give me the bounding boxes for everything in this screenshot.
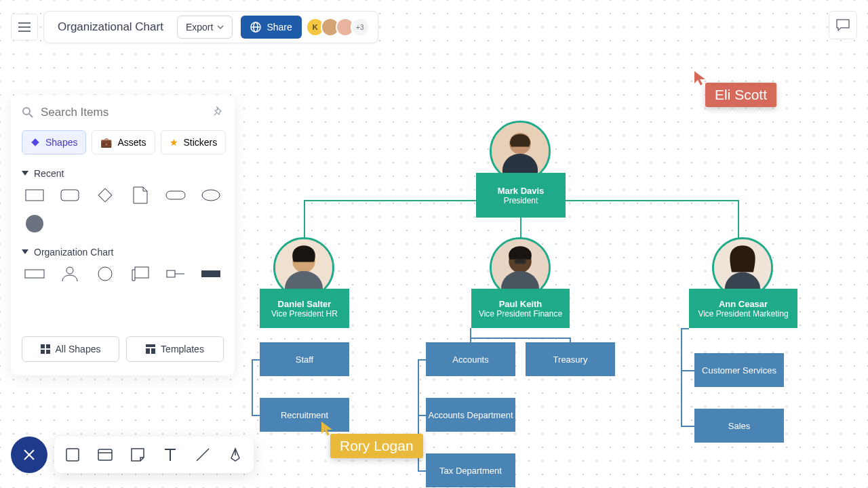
shape-org-label[interactable]: [165, 267, 186, 281]
collaborator-cursor-icon: [693, 71, 707, 89]
export-button[interactable]: Export: [177, 16, 233, 39]
tool-square[interactable]: [64, 448, 81, 462]
section-org-chart[interactable]: Organization Chart: [11, 239, 235, 263]
hamburger-menu-button[interactable]: [11, 14, 38, 41]
node-name: Mark Davis: [476, 186, 566, 196]
chat-button[interactable]: [829, 11, 857, 39]
templates-button[interactable]: Templates: [126, 336, 224, 362]
shape-circle[interactable]: [95, 267, 115, 281]
tab-assets[interactable]: 💼 Assets: [92, 130, 155, 155]
shape-filled-rect[interactable]: [201, 267, 221, 281]
node-name: Paul Keith: [471, 299, 570, 309]
triangle-down-icon: [22, 171, 28, 176]
svg-rect-13: [135, 267, 149, 278]
node-name: Ann Ceasar: [689, 299, 797, 309]
all-shapes-label: All Shapes: [56, 344, 101, 354]
triangle-down-icon: [22, 249, 28, 255]
document-title[interactable]: Organizational Chart: [52, 20, 169, 34]
search-input[interactable]: [41, 106, 206, 119]
recent-shapes-grid: [11, 184, 235, 239]
node-role: Vice President Finance: [471, 309, 570, 319]
node-role: Vice President Marketing: [689, 309, 797, 319]
section-recent-label: Recent: [34, 168, 64, 179]
svg-rect-5: [61, 190, 79, 201]
svg-rect-3: [31, 138, 39, 146]
collaborator-avatars[interactable]: K +3: [310, 18, 370, 37]
section-recent[interactable]: Recent: [11, 160, 235, 184]
pin-icon[interactable]: [213, 106, 224, 119]
panel-tabs: Shapes 💼 Assets ★ Stickers: [11, 125, 235, 160]
briefcase-icon: 💼: [100, 137, 112, 148]
svg-rect-17: [46, 344, 50, 348]
svg-rect-7: [166, 191, 185, 199]
tab-stickers[interactable]: ★ Stickers: [161, 130, 226, 155]
chat-icon: [835, 18, 850, 32]
org-box-staff[interactable]: Staff: [260, 342, 349, 376]
org-box-recruitment[interactable]: Recruitment: [260, 398, 349, 432]
shape-org-stack[interactable]: [130, 267, 151, 281]
tab-assets-label: Assets: [117, 137, 146, 148]
org-box-treasury[interactable]: Treasury: [526, 342, 615, 376]
org-box-customer-services[interactable]: Customer Services: [694, 353, 784, 387]
svg-rect-15: [201, 270, 220, 277]
tool-note[interactable]: [129, 448, 146, 462]
tool-text[interactable]: [161, 448, 179, 462]
shape-ellipse[interactable]: [201, 188, 221, 202]
svg-rect-16: [41, 344, 45, 348]
svg-rect-21: [146, 348, 150, 354]
close-quickbar-button[interactable]: [11, 436, 47, 473]
collaborator-cursor-label: Eli Scott: [705, 83, 776, 107]
tool-pen[interactable]: [226, 447, 244, 462]
shape-org-person[interactable]: [60, 267, 80, 281]
section-org-label: Organization Chart: [34, 247, 114, 258]
org-box-accounts-dept[interactable]: Accounts Department: [426, 398, 515, 432]
org-node-vp-marketing[interactable]: Ann Ceasar Vice President Marketing: [689, 289, 797, 328]
svg-rect-23: [66, 449, 79, 461]
shape-org-box[interactable]: [24, 267, 45, 281]
tool-card[interactable]: [96, 449, 114, 461]
share-label: Share: [267, 22, 292, 33]
shape-diamond[interactable]: [95, 188, 115, 202]
tab-shapes[interactable]: Shapes: [22, 130, 86, 155]
node-name: Daniel Salter: [260, 299, 349, 309]
svg-rect-22: [151, 348, 155, 354]
tool-line[interactable]: [194, 447, 212, 462]
shape-filled-circle[interactable]: [24, 217, 45, 230]
chevron-down-icon: [217, 25, 224, 29]
org-node-vp-finance[interactable]: Paul Keith Vice President Finance: [471, 289, 570, 328]
tab-stickers-label: Stickers: [184, 137, 218, 148]
org-box-tax-dept[interactable]: Tax Department: [426, 453, 515, 487]
org-shapes-grid: [11, 263, 235, 289]
node-role: President: [476, 196, 566, 205]
svg-rect-24: [98, 449, 112, 460]
org-box-accounts[interactable]: Accounts: [426, 342, 515, 376]
shapes-panel: Shapes 💼 Assets ★ Stickers Recent Organi…: [11, 95, 235, 375]
template-icon: [146, 344, 155, 354]
shape-rectangle[interactable]: [24, 188, 45, 202]
node-role: Vice President HR: [260, 309, 349, 319]
diamond-icon: [31, 138, 40, 147]
all-shapes-button[interactable]: All Shapes: [22, 336, 119, 362]
shape-document[interactable]: [130, 188, 151, 202]
shape-pill[interactable]: [165, 188, 186, 202]
svg-rect-20: [146, 344, 155, 347]
org-node-vp-hr[interactable]: Daniel Salter Vice President HR: [260, 289, 349, 328]
star-icon: ★: [170, 137, 178, 148]
globe-icon: [250, 22, 261, 33]
svg-rect-6: [98, 188, 112, 202]
share-button[interactable]: Share: [241, 16, 301, 39]
svg-rect-19: [46, 350, 50, 354]
org-node-president[interactable]: Mark Davis President: [476, 173, 566, 218]
export-label: Export: [186, 22, 213, 33]
quick-toolbar: [54, 436, 254, 473]
search-icon: [22, 106, 34, 119]
avatar-more-count[interactable]: +3: [351, 18, 370, 37]
svg-point-11: [66, 267, 73, 274]
shape-rounded-rect[interactable]: [60, 188, 80, 202]
svg-rect-4: [26, 190, 43, 201]
svg-rect-14: [167, 270, 175, 277]
org-box-sales[interactable]: Sales: [694, 409, 784, 443]
templates-label: Templates: [161, 344, 204, 354]
svg-rect-33: [515, 260, 526, 264]
grid-icon: [41, 344, 50, 354]
